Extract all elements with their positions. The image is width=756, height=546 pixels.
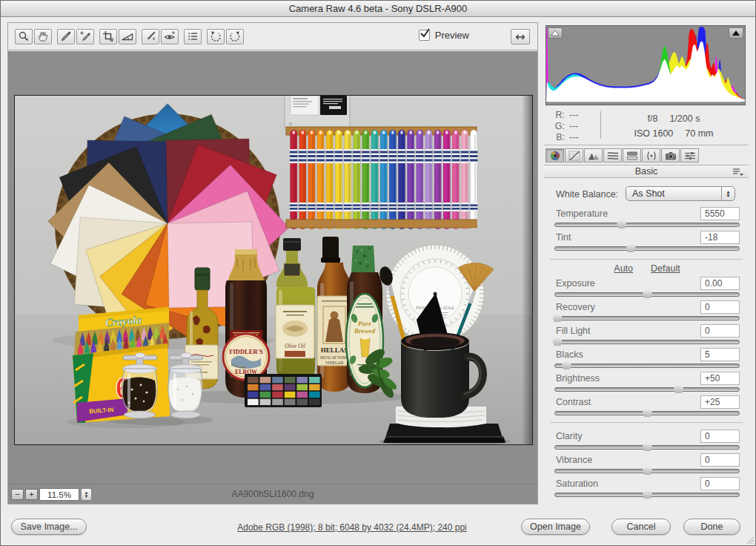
color-sampler-tool[interactable] (76, 29, 94, 45)
section-divider (550, 422, 743, 423)
slider-label: Saturation (556, 478, 598, 489)
slider-contrast: Contrast+25 (554, 395, 740, 418)
crayola-box: Crayola 64 BUILT-IN (73, 307, 170, 423)
rotate-left-button[interactable] (207, 29, 225, 45)
slider-label: Brightness (556, 373, 600, 384)
slider-value-field[interactable]: +50 (700, 372, 740, 385)
slider-value-field[interactable]: -18 (700, 231, 740, 244)
slider-track[interactable] (554, 469, 740, 473)
slider-vibrance: Vibrance0 (554, 453, 740, 476)
crop-icon (102, 30, 114, 42)
slider-track[interactable] (554, 364, 740, 368)
color-checker-card (245, 374, 322, 407)
slider-track[interactable] (554, 493, 740, 497)
exif-divider (600, 111, 601, 139)
image-canvas[interactable]: FIDDLER'S ELBOW Olive Oil (14, 95, 533, 445)
slider-thumb[interactable] (552, 337, 562, 346)
slider-value-field[interactable]: 0.00 (700, 277, 740, 290)
tab-presets[interactable] (680, 148, 699, 162)
straighten-tool[interactable] (119, 29, 136, 45)
slider-track[interactable] (554, 445, 740, 450)
slider-label: Temperature (556, 208, 608, 219)
slider-track[interactable] (554, 292, 740, 297)
photo-content: FIDDLER'S ELBOW Olive Oil (15, 96, 532, 444)
slider-thumb[interactable] (552, 313, 562, 322)
preview-checkbox[interactable] (419, 30, 430, 41)
floss-skeins (290, 130, 478, 229)
section-divider (550, 259, 743, 260)
panel-tabs (546, 148, 699, 162)
crop-tool[interactable] (99, 29, 117, 45)
white-balance-select[interactable]: As Shot ▲▼ (626, 186, 735, 201)
select-stepper-icon: ▲▼ (721, 187, 735, 200)
resize-grip[interactable] (745, 535, 755, 545)
workflow-options-link[interactable]: Adobe RGB (1998); 8 bit; 6048 by 4032 (2… (0, 522, 704, 533)
slider-track[interactable] (554, 387, 740, 392)
preferences-button[interactable] (184, 29, 202, 45)
slider-value-field[interactable]: 0 (700, 453, 740, 467)
tab-hsl-grayscale[interactable] (603, 148, 622, 162)
zoom-tool[interactable] (15, 29, 33, 45)
panel-header: Basic (544, 165, 749, 178)
slider-value-field[interactable]: 5 (700, 348, 740, 361)
slider-value-field[interactable]: 0 (700, 430, 740, 443)
tab-detail[interactable] (584, 148, 603, 162)
aperture-icon (548, 151, 562, 161)
open-image-button[interactable]: Open Image (521, 519, 590, 535)
slider-thumb[interactable] (643, 466, 652, 475)
slider-label: Fill Light (556, 326, 591, 336)
slider-track[interactable] (554, 316, 740, 320)
auto-link[interactable]: Auto (614, 263, 633, 274)
slider-thumb[interactable] (643, 408, 652, 417)
shadow-clipping-button[interactable] (548, 27, 563, 39)
white-balance-tool[interactable] (57, 29, 75, 45)
slider-thumb[interactable] (643, 442, 652, 451)
floss-rack (286, 127, 478, 229)
white-balance-value: As Shot (632, 188, 665, 199)
tab-split-toning[interactable] (623, 148, 641, 162)
slider-thumb[interactable] (617, 220, 626, 228)
samuel-line1: Pure (358, 320, 371, 327)
done-button[interactable]: Done (683, 519, 740, 535)
slider-label: Exposure (556, 278, 595, 289)
slider-track[interactable] (554, 411, 740, 415)
slider-track[interactable] (554, 246, 740, 251)
hand-tool[interactable] (34, 29, 52, 45)
rotate-right-button[interactable] (226, 29, 244, 45)
tone-curve-icon (568, 151, 581, 161)
slider-value-field[interactable]: 0 (700, 324, 740, 338)
tool-group (99, 29, 136, 45)
slider-value-field[interactable]: 5550 (700, 207, 740, 220)
slider-thumb[interactable] (562, 361, 571, 369)
red-eye-tool[interactable] (161, 29, 179, 45)
panel-menu-button[interactable] (732, 167, 745, 177)
slider-value-field[interactable]: +25 (700, 395, 740, 409)
eyedropper-target-icon (79, 30, 91, 42)
preview-pane: Preview (7, 22, 538, 504)
slider-track[interactable] (554, 223, 740, 227)
slider-value-field[interactable]: 0 (700, 300, 740, 314)
toggle-fullscreen-button[interactable] (511, 29, 530, 45)
horizontal-arrows-icon (514, 31, 526, 43)
hand-icon (37, 30, 49, 42)
tab-tone-curve[interactable] (565, 148, 583, 162)
rotate-cw-icon (229, 30, 241, 42)
slider-thumb[interactable] (674, 384, 683, 393)
cancel-button[interactable]: Cancel (611, 519, 671, 535)
triangle-up-white-icon (551, 30, 560, 36)
slider-value-field[interactable]: 0 (700, 477, 740, 490)
olive-oil-label: Olive Oil (285, 343, 305, 349)
r-value: --- (569, 110, 579, 120)
tab-basic[interactable] (546, 148, 564, 162)
slider-track[interactable] (554, 340, 740, 344)
rgb-readout: R:--- G:--- B:--- (554, 110, 579, 143)
highlight-clipping-button[interactable] (729, 27, 743, 39)
tab-camera-calibration[interactable] (661, 148, 680, 162)
retouch-tool[interactable] (142, 29, 159, 45)
adjustments-panel: R:--- G:--- B:--- f/81/200 s ISO 160070 … (544, 22, 749, 506)
slider-thumb[interactable] (626, 243, 636, 252)
default-link[interactable]: Default (651, 263, 680, 274)
slider-thumb[interactable] (643, 289, 652, 298)
tab-lens-corrections[interactable] (642, 148, 660, 162)
slider-thumb[interactable] (643, 490, 652, 499)
